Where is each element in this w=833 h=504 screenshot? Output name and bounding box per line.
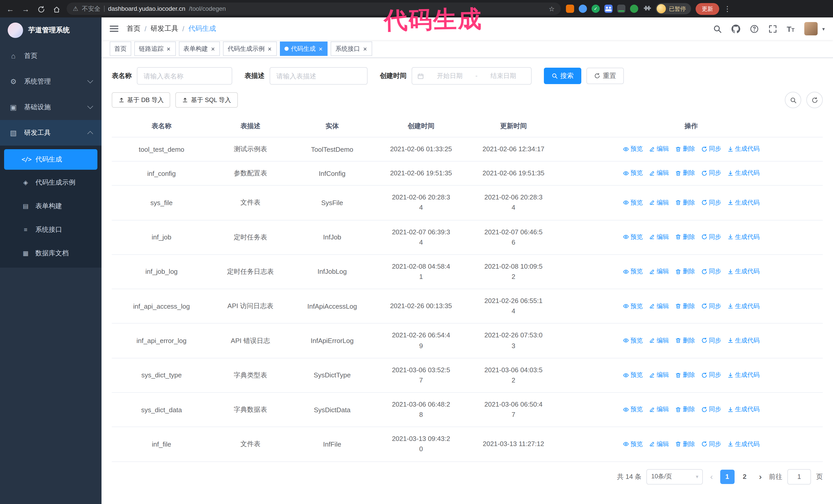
- check-extension-icon[interactable]: ✓: [592, 5, 600, 13]
- extensions-puzzle-icon[interactable]: [643, 5, 651, 13]
- browser-profile-chip[interactable]: 已暂停: [656, 3, 691, 14]
- prev-page-button[interactable]: ‹: [708, 472, 715, 481]
- action-delete[interactable]: 删除: [675, 405, 695, 414]
- action-delete[interactable]: 删除: [675, 267, 695, 276]
- end-date-placeholder[interactable]: 结束日期: [481, 72, 526, 80]
- action-preview[interactable]: 预览: [623, 145, 643, 153]
- tab-item-0[interactable]: 首页: [110, 42, 131, 56]
- browser-update-button[interactable]: 更新: [696, 3, 719, 15]
- page-button-2[interactable]: 2: [737, 470, 752, 484]
- help-icon[interactable]: [750, 24, 758, 33]
- breadcrumb-home[interactable]: 首页: [127, 24, 140, 33]
- action-edit[interactable]: 编辑: [649, 371, 669, 379]
- tab-item-2[interactable]: 表单构建×: [178, 42, 220, 56]
- action-delete[interactable]: 删除: [675, 371, 695, 379]
- action-sync[interactable]: 同步: [701, 169, 721, 178]
- drop-extension-icon[interactable]: [579, 5, 587, 13]
- action-delete[interactable]: 删除: [675, 169, 695, 178]
- github-icon[interactable]: [731, 24, 740, 33]
- action-preview[interactable]: 预览: [623, 302, 643, 310]
- sidebar-logo[interactable]: 芋道管理系统: [0, 18, 101, 43]
- sidebar-item-system-management[interactable]: ⚙ 系统管理: [0, 69, 101, 94]
- tab-close-icon[interactable]: ×: [318, 45, 323, 52]
- action-preview[interactable]: 预览: [623, 233, 643, 241]
- next-page-button[interactable]: ›: [757, 472, 764, 481]
- tab-close-icon[interactable]: ×: [267, 45, 272, 52]
- action-delete[interactable]: 删除: [675, 336, 695, 345]
- browser-menu-icon[interactable]: ⋮: [724, 5, 731, 13]
- action-generate-code[interactable]: 生成代码: [728, 405, 760, 414]
- action-preview[interactable]: 预览: [623, 267, 643, 276]
- action-edit[interactable]: 编辑: [649, 336, 669, 345]
- people-extension-icon[interactable]: [604, 5, 613, 13]
- action-sync[interactable]: 同步: [701, 440, 721, 448]
- action-delete[interactable]: 删除: [675, 198, 695, 207]
- action-sync[interactable]: 同步: [701, 267, 721, 276]
- bookmark-star-icon[interactable]: ☆: [549, 5, 555, 13]
- goto-page-input[interactable]: [787, 469, 811, 484]
- action-generate-code[interactable]: 生成代码: [728, 302, 760, 310]
- sidebar-item-infrastructure[interactable]: ▣ 基础设施: [0, 94, 101, 120]
- action-preview[interactable]: 预览: [623, 405, 643, 414]
- security-label[interactable]: 不安全: [82, 4, 100, 13]
- browser-forward-button[interactable]: →: [21, 4, 31, 13]
- action-sync[interactable]: 同步: [701, 302, 721, 310]
- page-button-1[interactable]: 1: [720, 470, 734, 484]
- action-edit[interactable]: 编辑: [649, 440, 669, 448]
- leaf-extension-icon[interactable]: [630, 5, 638, 13]
- sidebar-item-form-builder[interactable]: ▤ 表单构建: [0, 194, 101, 218]
- translate-extension-icon[interactable]: [617, 5, 625, 13]
- action-preview[interactable]: 预览: [623, 336, 643, 345]
- sidebar-item-code-generation[interactable]: </> 代码生成: [4, 149, 97, 170]
- action-generate-code[interactable]: 生成代码: [728, 198, 760, 207]
- action-sync[interactable]: 同步: [701, 405, 721, 414]
- avatar[interactable]: [804, 22, 818, 35]
- tab-item-4[interactable]: 代码生成×: [280, 42, 328, 56]
- action-generate-code[interactable]: 生成代码: [728, 145, 760, 153]
- action-generate-code[interactable]: 生成代码: [728, 371, 760, 379]
- action-preview[interactable]: 预览: [623, 440, 643, 448]
- action-sync[interactable]: 同步: [701, 198, 721, 207]
- action-preview[interactable]: 预览: [623, 371, 643, 379]
- toolbar-refresh-button[interactable]: [806, 92, 823, 108]
- action-edit[interactable]: 编辑: [649, 233, 669, 241]
- breadcrumb-dev-tools[interactable]: 研发工具: [151, 24, 178, 33]
- action-edit[interactable]: 编辑: [649, 405, 669, 414]
- tab-item-3[interactable]: 代码生成示例×: [223, 42, 277, 56]
- fullscreen-icon[interactable]: [768, 24, 777, 33]
- action-edit[interactable]: 编辑: [649, 198, 669, 207]
- reset-button[interactable]: 重置: [587, 68, 624, 84]
- tab-item-5[interactable]: 系统接口×: [331, 42, 372, 56]
- tab-close-icon[interactable]: ×: [166, 45, 171, 52]
- action-sync[interactable]: 同步: [701, 336, 721, 345]
- tab-close-icon[interactable]: ×: [363, 45, 367, 52]
- action-generate-code[interactable]: 生成代码: [728, 169, 760, 178]
- import-db-button[interactable]: 基于 DB 导入: [112, 92, 170, 108]
- action-delete[interactable]: 删除: [675, 145, 695, 153]
- action-edit[interactable]: 编辑: [649, 145, 669, 153]
- search-button[interactable]: 搜索: [544, 68, 581, 84]
- page-size-select[interactable]: 10条/页 ▾: [647, 469, 703, 484]
- sidebar-item-codegen-example[interactable]: ◈ 代码生成示例: [0, 171, 101, 194]
- browser-back-button[interactable]: ←: [5, 4, 15, 13]
- fox-extension-icon[interactable]: [566, 5, 574, 13]
- import-sql-button[interactable]: 基于 SQL 导入: [175, 92, 238, 108]
- address-bar[interactable]: ⚠ 不安全 dashboard.yudao.iocoder.cn/tool/co…: [67, 3, 561, 15]
- action-generate-code[interactable]: 生成代码: [728, 336, 760, 345]
- action-preview[interactable]: 预览: [623, 198, 643, 207]
- action-preview[interactable]: 预览: [623, 169, 643, 178]
- sidebar-item-system-api[interactable]: ≡ 系统接口: [0, 218, 101, 241]
- action-generate-code[interactable]: 生成代码: [728, 440, 760, 448]
- action-sync[interactable]: 同步: [701, 371, 721, 379]
- browser-home-button[interactable]: [51, 4, 62, 13]
- action-delete[interactable]: 删除: [675, 233, 695, 241]
- table-desc-input[interactable]: [270, 67, 367, 85]
- sidebar-item-dev-tools[interactable]: ▧ 研发工具: [0, 120, 101, 146]
- create-time-range-picker[interactable]: 开始日期 - 结束日期: [412, 67, 531, 85]
- action-sync[interactable]: 同步: [701, 233, 721, 241]
- toolbar-search-toggle-button[interactable]: [785, 92, 801, 108]
- caret-down-icon[interactable]: ▾: [822, 26, 825, 31]
- search-icon[interactable]: [713, 24, 721, 33]
- action-edit[interactable]: 编辑: [649, 302, 669, 310]
- start-date-placeholder[interactable]: 开始日期: [427, 72, 472, 80]
